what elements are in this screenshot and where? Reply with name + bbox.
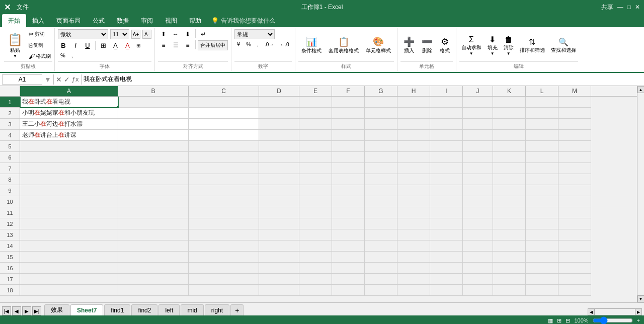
table-row[interactable] — [259, 274, 299, 285]
tab-insert[interactable]: 插入 — [26, 14, 50, 27]
table-row[interactable] — [493, 152, 526, 163]
table-row[interactable] — [463, 252, 493, 263]
decrease-decimal-button[interactable]: ←.0 — [277, 41, 291, 48]
table-row[interactable] — [558, 285, 591, 296]
table-row[interactable] — [189, 285, 259, 296]
cell-c3[interactable] — [189, 119, 259, 130]
table-row[interactable] — [526, 196, 558, 207]
table-row[interactable] — [493, 174, 526, 185]
table-row[interactable] — [259, 174, 299, 185]
table-row[interactable] — [526, 152, 558, 163]
table-row[interactable] — [430, 152, 463, 163]
cancel-formula-icon[interactable]: ✕ — [56, 75, 62, 84]
vertical-scrollbar[interactable]: ▲ ▼ — [637, 86, 644, 302]
table-row[interactable] — [332, 285, 365, 296]
table-row[interactable] — [259, 240, 299, 252]
table-row[interactable] — [430, 274, 463, 285]
formula-input[interactable] — [84, 76, 642, 83]
table-row[interactable] — [463, 196, 493, 207]
table-row[interactable] — [463, 141, 493, 152]
cell-e2[interactable] — [299, 108, 332, 119]
table-row[interactable] — [299, 141, 332, 152]
file-menu-label[interactable]: 文件 — [17, 3, 29, 12]
table-row[interactable] — [189, 163, 259, 174]
increase-decimal-button[interactable]: .0→ — [262, 41, 276, 48]
clear-button[interactable]: 🗑 清除 ▼ — [502, 32, 516, 58]
table-row[interactable] — [189, 252, 259, 263]
cell-k4[interactable] — [493, 130, 526, 141]
col-header-d[interactable]: D — [259, 86, 299, 96]
tab-help[interactable]: 帮助 — [183, 14, 207, 27]
col-header-m[interactable]: M — [558, 86, 591, 96]
sheet-tab-find1[interactable]: find1 — [104, 304, 130, 315]
table-row[interactable] — [332, 229, 365, 240]
table-row[interactable] — [20, 274, 118, 285]
cell-d1[interactable] — [259, 97, 299, 108]
col-header-g[interactable]: G — [365, 86, 397, 96]
table-row[interactable] — [365, 163, 397, 174]
table-row[interactable] — [493, 196, 526, 207]
table-row[interactable] — [397, 141, 430, 152]
table-row[interactable] — [430, 252, 463, 263]
decrease-font-button[interactable]: A- — [142, 30, 151, 39]
table-row[interactable] — [259, 163, 299, 174]
tab-review[interactable]: 审阅 — [135, 14, 159, 27]
table-row[interactable] — [332, 263, 365, 274]
table-row[interactable] — [189, 240, 259, 252]
table-row[interactable] — [189, 263, 259, 274]
share-button[interactable]: 共享 — [601, 3, 613, 12]
table-row[interactable] — [20, 141, 118, 152]
align-top-button[interactable]: ⬆ — [158, 29, 169, 39]
cell-j1[interactable] — [463, 97, 493, 108]
tab-layout[interactable]: 页面布局 — [50, 14, 87, 27]
paste-button[interactable]: 📋 粘贴 ▼ — [4, 31, 26, 60]
table-row[interactable] — [365, 152, 397, 163]
wrap-text-button[interactable]: ↵ — [198, 29, 209, 39]
table-row[interactable] — [299, 196, 332, 207]
table-row[interactable] — [332, 174, 365, 185]
table-row[interactable] — [526, 263, 558, 274]
table-row[interactable] — [189, 274, 259, 285]
cell-f4[interactable] — [332, 130, 365, 141]
table-row[interactable] — [299, 163, 332, 174]
sheet-tab-right[interactable]: right — [205, 304, 229, 315]
table-row[interactable] — [397, 152, 430, 163]
table-row[interactable] — [430, 207, 463, 218]
percent-format-button[interactable]: % — [58, 51, 68, 59]
merge-cells-button[interactable]: 合并后居中 — [198, 40, 228, 50]
fill-color-button[interactable]: A̲ — [110, 40, 121, 50]
confirm-formula-icon[interactable]: ✓ — [64, 75, 70, 84]
table-row[interactable] — [189, 196, 259, 207]
table-row[interactable] — [430, 185, 463, 196]
col-header-h[interactable]: H — [397, 86, 430, 96]
add-sheet-button[interactable]: + — [230, 304, 244, 315]
table-row[interactable] — [397, 240, 430, 252]
table-row[interactable] — [299, 252, 332, 263]
table-row[interactable] — [20, 185, 118, 196]
italic-button[interactable]: I — [70, 40, 81, 50]
cut-button[interactable]: ✂ 剪切 — [27, 29, 52, 39]
table-row[interactable] — [463, 185, 493, 196]
font-size-select[interactable]: 11 — [110, 29, 129, 39]
col-header-k[interactable]: K — [493, 86, 526, 96]
table-row[interactable] — [20, 240, 118, 252]
table-row[interactable] — [430, 163, 463, 174]
table-row[interactable] — [430, 229, 463, 240]
view-break-icon[interactable]: ⊟ — [566, 317, 570, 324]
cell-e1[interactable] — [299, 97, 332, 108]
align-left-button[interactable]: ≡ — [158, 40, 169, 50]
table-row[interactable] — [259, 263, 299, 274]
table-row[interactable] — [558, 263, 591, 274]
table-row[interactable] — [299, 285, 332, 296]
table-row[interactable] — [493, 263, 526, 274]
table-row[interactable] — [463, 229, 493, 240]
table-row[interactable] — [332, 240, 365, 252]
cell-l4[interactable] — [526, 130, 558, 141]
table-row[interactable] — [20, 252, 118, 263]
tab-prev-button[interactable]: ◀ — [12, 306, 21, 315]
cell-a1[interactable]: 我在卧式在看电视 — [20, 97, 118, 108]
table-row[interactable] — [397, 285, 430, 296]
table-row[interactable] — [493, 240, 526, 252]
cell-f1[interactable] — [332, 97, 365, 108]
table-row[interactable] — [397, 174, 430, 185]
